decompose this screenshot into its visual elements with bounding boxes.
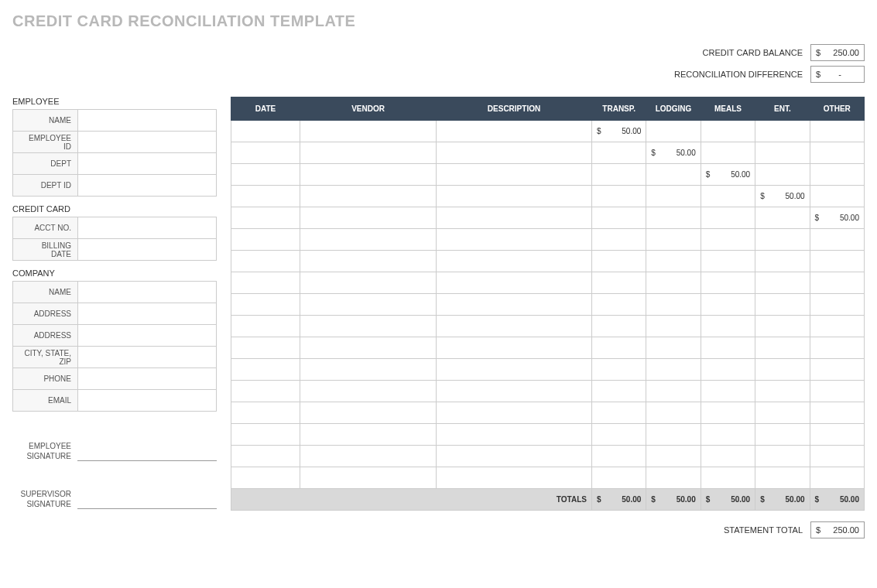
cell-description[interactable] bbox=[437, 186, 592, 207]
cell-vendor[interactable] bbox=[300, 186, 437, 207]
employee-id-input[interactable] bbox=[78, 132, 217, 153]
cell-meals[interactable] bbox=[701, 186, 755, 207]
cell-lodging[interactable]: $50.00 bbox=[646, 142, 701, 164]
cell-description[interactable] bbox=[437, 294, 592, 316]
cell-ent[interactable] bbox=[755, 142, 810, 164]
company-address1-input[interactable] bbox=[78, 303, 217, 325]
cell-meals[interactable] bbox=[701, 381, 755, 402]
cell-date[interactable] bbox=[231, 121, 300, 142]
cell-transp[interactable] bbox=[591, 316, 646, 337]
cell-meals[interactable] bbox=[701, 337, 755, 359]
cell-transp[interactable] bbox=[591, 164, 646, 186]
reconciliation-diff-value[interactable]: $ - bbox=[810, 66, 865, 83]
cell-lodging[interactable] bbox=[646, 359, 701, 381]
cell-vendor[interactable] bbox=[300, 424, 437, 446]
cell-transp[interactable] bbox=[591, 186, 646, 207]
cell-transp[interactable] bbox=[591, 142, 646, 164]
cell-description[interactable] bbox=[437, 207, 592, 229]
cell-meals[interactable]: $50.00 bbox=[701, 164, 755, 186]
cell-transp[interactable] bbox=[591, 424, 646, 446]
cell-date[interactable] bbox=[231, 229, 300, 251]
cell-description[interactable] bbox=[437, 229, 592, 251]
cell-vendor[interactable] bbox=[300, 207, 437, 229]
cell-meals[interactable] bbox=[701, 251, 755, 272]
cell-meals[interactable] bbox=[701, 207, 755, 229]
cell-ent[interactable] bbox=[755, 229, 810, 251]
cell-meals[interactable] bbox=[701, 142, 755, 164]
cell-other[interactable] bbox=[810, 142, 864, 164]
cell-ent[interactable]: $50.00 bbox=[755, 186, 810, 207]
cell-ent[interactable] bbox=[755, 381, 810, 402]
cell-ent[interactable] bbox=[755, 359, 810, 381]
cell-description[interactable] bbox=[437, 251, 592, 272]
cell-ent[interactable] bbox=[755, 402, 810, 424]
cell-other[interactable] bbox=[810, 467, 864, 489]
cell-description[interactable] bbox=[437, 381, 592, 402]
dept-input[interactable] bbox=[78, 153, 217, 175]
cell-other[interactable] bbox=[810, 316, 864, 337]
cell-description[interactable] bbox=[437, 272, 592, 294]
cell-ent[interactable] bbox=[755, 424, 810, 446]
cell-ent[interactable] bbox=[755, 251, 810, 272]
cell-lodging[interactable] bbox=[646, 164, 701, 186]
cell-description[interactable] bbox=[437, 142, 592, 164]
cell-date[interactable] bbox=[231, 359, 300, 381]
cell-vendor[interactable] bbox=[300, 121, 437, 142]
cell-other[interactable]: $50.00 bbox=[810, 207, 864, 229]
cell-vendor[interactable] bbox=[300, 316, 437, 337]
company-email-input[interactable] bbox=[78, 390, 217, 412]
cell-description[interactable] bbox=[437, 337, 592, 359]
cell-vendor[interactable] bbox=[300, 294, 437, 316]
cell-ent[interactable] bbox=[755, 207, 810, 229]
cell-meals[interactable] bbox=[701, 424, 755, 446]
cell-date[interactable] bbox=[231, 316, 300, 337]
cell-vendor[interactable] bbox=[300, 251, 437, 272]
cell-transp[interactable]: $50.00 bbox=[591, 121, 646, 142]
cell-transp[interactable] bbox=[591, 402, 646, 424]
cell-date[interactable] bbox=[231, 251, 300, 272]
cell-date[interactable] bbox=[231, 402, 300, 424]
cell-other[interactable] bbox=[810, 251, 864, 272]
cell-other[interactable] bbox=[810, 337, 864, 359]
cell-lodging[interactable] bbox=[646, 337, 701, 359]
cell-other[interactable] bbox=[810, 121, 864, 142]
cell-description[interactable] bbox=[437, 164, 592, 186]
cell-date[interactable] bbox=[231, 164, 300, 186]
cell-vendor[interactable] bbox=[300, 402, 437, 424]
cell-transp[interactable] bbox=[591, 359, 646, 381]
cell-ent[interactable] bbox=[755, 316, 810, 337]
cell-vendor[interactable] bbox=[300, 359, 437, 381]
acct-no-input[interactable] bbox=[78, 217, 217, 239]
cell-ent[interactable] bbox=[755, 467, 810, 489]
cell-ent[interactable] bbox=[755, 294, 810, 316]
cell-other[interactable] bbox=[810, 359, 864, 381]
employee-name-input[interactable] bbox=[78, 110, 217, 132]
cell-meals[interactable] bbox=[701, 467, 755, 489]
cell-transp[interactable] bbox=[591, 337, 646, 359]
cell-ent[interactable] bbox=[755, 446, 810, 467]
cell-description[interactable] bbox=[437, 446, 592, 467]
company-name-input[interactable] bbox=[78, 282, 217, 303]
cell-meals[interactable] bbox=[701, 294, 755, 316]
cell-meals[interactable] bbox=[701, 359, 755, 381]
cell-date[interactable] bbox=[231, 424, 300, 446]
cell-vendor[interactable] bbox=[300, 467, 437, 489]
company-phone-input[interactable] bbox=[78, 368, 217, 390]
cell-meals[interactable] bbox=[701, 402, 755, 424]
dept-id-input[interactable] bbox=[78, 175, 217, 197]
company-csz-input[interactable] bbox=[78, 347, 217, 368]
cell-lodging[interactable] bbox=[646, 294, 701, 316]
cell-date[interactable] bbox=[231, 207, 300, 229]
supervisor-signature-line[interactable] bbox=[77, 483, 217, 509]
cell-vendor[interactable] bbox=[300, 164, 437, 186]
cell-other[interactable] bbox=[810, 381, 864, 402]
cell-lodging[interactable] bbox=[646, 272, 701, 294]
cell-other[interactable] bbox=[810, 272, 864, 294]
cell-other[interactable] bbox=[810, 164, 864, 186]
cell-lodging[interactable] bbox=[646, 207, 701, 229]
cell-date[interactable] bbox=[231, 294, 300, 316]
cell-date[interactable] bbox=[231, 272, 300, 294]
cell-other[interactable] bbox=[810, 186, 864, 207]
cell-lodging[interactable] bbox=[646, 186, 701, 207]
cell-other[interactable] bbox=[810, 446, 864, 467]
